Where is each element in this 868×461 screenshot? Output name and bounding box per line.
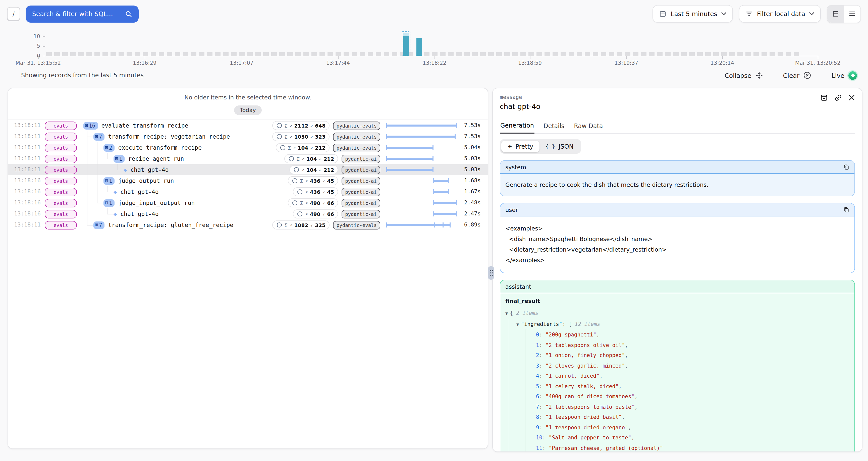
instrumentation-tag[interactable]: pydantic-evals bbox=[333, 143, 380, 152]
filter-local-data-dropdown[interactable]: Filter local data bbox=[739, 5, 821, 23]
token-usage-pill[interactable]: Σ↗1030↙323 bbox=[273, 132, 330, 141]
panel-resize-handle[interactable] bbox=[488, 266, 494, 280]
duration-bar-track bbox=[386, 201, 457, 205]
instrumentation-tag[interactable]: pydantic-evals bbox=[333, 132, 380, 141]
trace-row[interactable]: 13:18:16evals⊟1judge_output runΣ↗436↙45p… bbox=[8, 175, 488, 186]
trace-node: ⊞7transform_recipe: gluten_free_recipe bbox=[93, 219, 233, 230]
json-comma: , bbox=[634, 393, 638, 399]
collapse-children-icon: ⊟ bbox=[115, 156, 118, 161]
instrumentation-tag[interactable]: pydantic-ai bbox=[342, 188, 380, 196]
row-meta: Σ↗104↙212pydantic-ai bbox=[219, 153, 380, 164]
trace-node: ◆chat gpt-4o bbox=[114, 208, 159, 219]
instrumentation-tag[interactable]: pydantic-ai bbox=[342, 177, 380, 185]
duration-text: 1.68s bbox=[455, 175, 481, 186]
evals-tag[interactable]: evals bbox=[45, 132, 77, 141]
evals-tag[interactable]: evals bbox=[45, 144, 77, 152]
evals-tag[interactable]: evals bbox=[45, 221, 77, 229]
trace-node: ⊟1judge_output run bbox=[103, 175, 174, 186]
collapse-button[interactable]: Collapse bbox=[721, 71, 766, 80]
children-count-badge[interactable]: ⊟2 bbox=[103, 144, 115, 151]
copy-message-button[interactable] bbox=[843, 164, 849, 170]
tree-elbow-horizontal bbox=[97, 181, 103, 181]
tree-guide-line bbox=[87, 208, 87, 219]
json-toggle[interactable]: { } JSON bbox=[539, 141, 580, 152]
evals-tag[interactable]: evals bbox=[45, 188, 77, 196]
children-count-badge[interactable]: ⊟1 bbox=[103, 199, 115, 207]
copy-link-button[interactable] bbox=[834, 94, 842, 101]
pretty-toggle[interactable]: ✦ Pretty bbox=[501, 141, 539, 152]
duration-bar bbox=[386, 123, 457, 128]
instrumentation-tag[interactable]: pydantic-ai bbox=[342, 165, 380, 174]
trace-row[interactable]: 13:18:11evals⊟1recipe_agent runΣ↗104↙212… bbox=[8, 153, 488, 164]
trace-row[interactable]: 13:18:11evals⊟2execute transform_recipeΣ… bbox=[8, 142, 488, 153]
tab-details[interactable]: Details bbox=[543, 122, 565, 133]
array-index: 1 bbox=[536, 342, 539, 348]
open-bracket: [ bbox=[569, 320, 572, 327]
clear-button[interactable]: Clear bbox=[780, 71, 814, 80]
instrumentation-tag[interactable]: pydantic-evals bbox=[333, 221, 380, 229]
tree-view-toggle[interactable] bbox=[827, 5, 844, 22]
trace-row[interactable]: 13:18:11evals⊞7transform_recipe: gluten_… bbox=[8, 219, 488, 230]
token-usage-pill[interactable]: ↗436↙45 bbox=[293, 187, 338, 196]
histogram-bar[interactable] bbox=[416, 38, 422, 56]
trace-row[interactable]: 13:18:16evals◆chat gpt-4o↗436↙45pydantic… bbox=[8, 186, 488, 197]
close-icon bbox=[848, 94, 855, 101]
tab-generation[interactable]: Generation bbox=[500, 122, 534, 133]
search-button[interactable]: Search & filter with SQL... bbox=[26, 5, 138, 22]
instrumentation-tag[interactable]: pydantic-ai bbox=[342, 154, 380, 163]
output-tokens-count: 648 bbox=[315, 123, 326, 128]
instrumentation-tag[interactable]: pydantic-ai bbox=[342, 210, 380, 218]
children-count-badge[interactable]: ⊞7 bbox=[93, 221, 105, 229]
children-count-badge[interactable]: ⊟1 bbox=[114, 155, 125, 162]
tree-elbow-vertical bbox=[107, 153, 107, 159]
token-usage-pill[interactable]: Σ↗2112↙648 bbox=[273, 121, 330, 130]
token-usage-pill[interactable]: Σ↗436↙45 bbox=[288, 176, 338, 185]
string-value: "Salt and pepper to taste" bbox=[549, 434, 631, 440]
evals-tag[interactable]: evals bbox=[45, 199, 77, 207]
children-count-badge[interactable]: ⊟7 bbox=[93, 133, 105, 141]
dock-panel-button[interactable] bbox=[820, 94, 828, 101]
duration-bar bbox=[433, 189, 449, 194]
evals-tag[interactable]: evals bbox=[45, 122, 77, 130]
histogram-bar[interactable] bbox=[403, 36, 409, 56]
evals-tag[interactable]: evals bbox=[45, 155, 77, 163]
message-block-user: user<examples> <dish_name>Spaghetti Bolo… bbox=[500, 203, 855, 273]
caret-down-icon[interactable]: ▼ bbox=[505, 311, 508, 316]
string-value: "2 cloves garlic, minced" bbox=[546, 362, 625, 368]
input-tokens-count: 490 bbox=[310, 211, 320, 217]
token-usage-pill[interactable]: Σ↗104↙212 bbox=[285, 154, 338, 163]
chevron-down-icon bbox=[721, 12, 726, 16]
trace-row[interactable]: 13:18:11evals◆chat gpt-4o↗104↙212pydanti… bbox=[8, 164, 488, 175]
tree-elbow-vertical bbox=[107, 208, 107, 214]
duration-bar bbox=[386, 156, 434, 161]
clear-label: Clear bbox=[783, 71, 800, 79]
list-view-toggle[interactable] bbox=[844, 5, 861, 22]
copy-message-button[interactable] bbox=[843, 206, 849, 213]
trace-row[interactable]: 13:18:11evals⊟16evaluate transform_recip… bbox=[8, 120, 488, 131]
token-usage-pill[interactable]: ↗490↙66 bbox=[293, 209, 338, 218]
output-tokens-count: 212 bbox=[323, 167, 334, 173]
caret-down-icon[interactable]: ▼ bbox=[516, 321, 519, 327]
token-usage-pill[interactable]: Σ↗490↙66 bbox=[288, 198, 338, 207]
trace-row[interactable]: 13:18:16evals⊟1judge_input_output runΣ↗4… bbox=[8, 197, 488, 208]
row-meta: ↗436↙45pydantic-ai bbox=[219, 186, 380, 197]
token-usage-pill[interactable]: Σ↗104↙212 bbox=[276, 143, 330, 152]
instrumentation-tag[interactable]: pydantic-ai bbox=[342, 198, 380, 207]
output-tokens-count: 212 bbox=[315, 145, 326, 150]
json-comma: , bbox=[622, 414, 625, 420]
instrumentation-tag[interactable]: pydantic-evals bbox=[333, 121, 380, 130]
live-toggle-button[interactable]: Live bbox=[829, 70, 860, 80]
time-range-dropdown[interactable]: Last 5 minutes bbox=[653, 5, 733, 23]
evals-tag[interactable]: evals bbox=[45, 210, 77, 218]
evals-tag[interactable]: evals bbox=[45, 166, 77, 174]
close-panel-button[interactable] bbox=[848, 94, 855, 101]
trace-row[interactable]: 13:18:11evals⊟7transform_recipe: vegetar… bbox=[8, 131, 488, 142]
evals-tag[interactable]: evals bbox=[45, 177, 77, 185]
children-count-badge[interactable]: ⊟1 bbox=[103, 177, 115, 185]
tab-raw-data[interactable]: Raw Data bbox=[574, 122, 603, 133]
children-count-badge[interactable]: ⊟16 bbox=[83, 122, 98, 129]
token-usage-pill[interactable]: ↗104↙212 bbox=[289, 165, 338, 174]
trace-row[interactable]: 13:18:16evals◆chat gpt-4o↗490↙66pydantic… bbox=[8, 208, 488, 219]
json-comma: , bbox=[619, 383, 622, 389]
token-usage-pill[interactable]: Σ↗1082↙325 bbox=[273, 220, 330, 229]
